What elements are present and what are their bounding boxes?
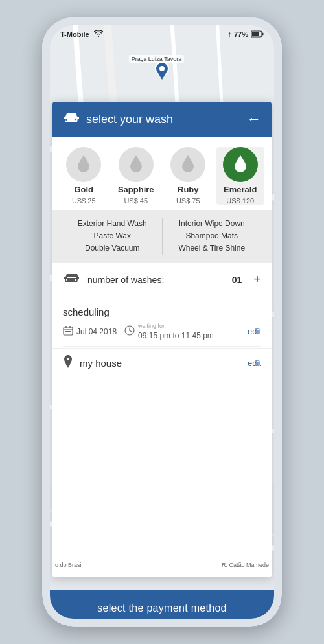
svg-point-29: [67, 281, 69, 282]
location-edit-button[interactable]: edit: [248, 358, 261, 368]
wash-price-gold: US$ 25: [72, 197, 96, 205]
wash-circle-emerald: [223, 147, 258, 182]
battery-icon: [251, 30, 264, 39]
feature-double-vacuum: Double Vacuum: [63, 242, 162, 255]
phone-frame: Praça Luíza Tavora o do Brasil R. Catão …: [42, 17, 282, 627]
status-bar: T-Mobile ↑ 77%: [42, 25, 282, 43]
wash-count-value: 01: [232, 275, 242, 285]
wash-option-ruby[interactable]: Ruby US$ 75: [164, 147, 212, 205]
wash-count-plus-button[interactable]: +: [253, 272, 261, 287]
header-title: select your wash: [86, 113, 173, 126]
svg-point-30: [75, 281, 77, 282]
wash-option-gold[interactable]: Gold US$ 25: [60, 147, 108, 205]
map-location-label: Praça Luíza Tavora: [129, 55, 184, 63]
wash-circle-ruby: [170, 147, 205, 182]
map-pin: [155, 62, 169, 84]
wash-price-sapphire: US$ 45: [124, 197, 148, 205]
payment-button-label: select the payment method: [97, 603, 227, 614]
back-button[interactable]: ←: [247, 111, 261, 128]
svg-line-40: [130, 330, 132, 332]
location-section: my house edit: [52, 348, 272, 381]
feature-wheel-tire: Wheel & Tire Shine: [163, 242, 262, 255]
phone-notch: [133, 17, 191, 24]
payment-method-button[interactable]: select the payment method: [42, 590, 282, 627]
drop-icon-ruby: [181, 154, 195, 175]
drop-icon-gold: [76, 154, 91, 175]
wash-count-section: number of washes: 01 +: [52, 263, 272, 297]
location-icon: [63, 355, 73, 372]
sched-time-item: waiting for 09:15 pm to 11:45 pm: [124, 323, 214, 341]
feature-exterior-wash: Exterior Hand Wash: [63, 218, 162, 230]
svg-rect-25: [262, 32, 264, 35]
wash-option-emerald[interactable]: Emerald US$ 120: [216, 147, 264, 205]
sched-time-text: 09:15 pm to 11:45 pm: [138, 331, 214, 340]
svg-point-28: [75, 120, 76, 122]
wash-price-emerald: US$ 120: [226, 197, 254, 205]
svg-rect-37: [69, 331, 71, 332]
wash-circle-gold: [66, 147, 101, 182]
scheduling-row: Jul 04 2018 waiting for 09:15: [63, 323, 261, 341]
sched-date-item: Jul 04 2018: [63, 325, 117, 338]
wash-option-sapphire[interactable]: Sapphire US$ 45: [112, 147, 160, 205]
waiting-for-label: waiting for: [138, 323, 214, 329]
carrier-text: T-Mobile: [60, 30, 103, 38]
clock-icon: [124, 325, 135, 338]
scheduling-edit-button[interactable]: edit: [248, 327, 261, 336]
wash-count-car-icon: [63, 272, 81, 288]
sched-date-text: Jul 04 2018: [76, 327, 117, 336]
wash-name-sapphire: Sapphire: [118, 185, 154, 194]
divider: [63, 346, 261, 347]
features-col-right: Interior Wipe Down Shampoo Mats Wheel & …: [163, 218, 262, 255]
calendar-icon: [63, 325, 73, 338]
feature-paste-wax: Paste Wax: [63, 230, 162, 242]
svg-rect-35: [65, 331, 67, 332]
content-area: select your wash ← Gold US$: [42, 17, 282, 627]
wash-count-label: number of washes:: [87, 275, 226, 285]
svg-rect-26: [252, 32, 259, 36]
drop-icon-sapphire: [129, 154, 143, 175]
features-col-left: Exterior Hand Wash Paste Wax Double Vacu…: [63, 218, 163, 255]
wash-name-emerald: Emerald: [224, 185, 257, 194]
scheduling-section: scheduling: [52, 297, 272, 346]
modal-card: select your wash ← Gold US$: [52, 102, 272, 577]
scheduling-title: scheduling: [63, 306, 261, 317]
svg-marker-23: [158, 73, 166, 80]
drop-icon-emerald: [233, 154, 248, 175]
features-section: Exterior Hand Wash Paste Wax Double Vacu…: [52, 210, 272, 263]
car-icon: [63, 111, 80, 128]
wash-name-gold: Gold: [74, 185, 93, 194]
svg-rect-36: [67, 331, 69, 332]
wash-price-ruby: US$ 75: [176, 197, 200, 205]
wash-options-container: Gold US$ 25 Sapphire US$ 45: [52, 137, 272, 210]
street-label-right: R. Catão Mamede: [222, 562, 269, 568]
street-label-left: o do Brasil: [55, 562, 83, 568]
modal-header: select your wash ←: [52, 102, 272, 137]
arrow-icon: ↑: [227, 30, 231, 39]
svg-point-27: [67, 120, 69, 122]
battery-area: ↑ 77%: [227, 30, 264, 39]
wifi-icon: [94, 30, 103, 38]
wash-circle-sapphire: [119, 147, 154, 182]
feature-interior-wipe: Interior Wipe Down: [163, 218, 262, 230]
location-name: my house: [80, 358, 241, 369]
modal-header-left: select your wash: [63, 111, 173, 128]
feature-shampoo-mats: Shampoo Mats: [163, 230, 262, 242]
wash-name-ruby: Ruby: [178, 185, 199, 194]
svg-point-22: [159, 66, 165, 71]
